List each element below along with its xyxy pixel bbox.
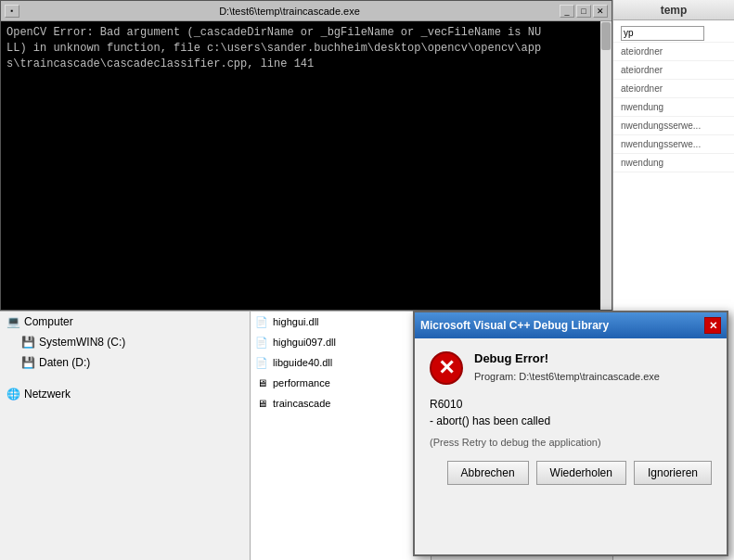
- explorer-right-item-1: ateiordner: [613, 43, 734, 61]
- terminal-error-line2: LL) in unknown function, file c:\users\s…: [6, 42, 541, 55]
- file-item-highgui097-dll[interactable]: 📄 highgui097.dll: [251, 332, 431, 352]
- tree-label-c-drive: SystemWIN8 (C:): [39, 336, 125, 349]
- computer-icon: 💻: [6, 315, 20, 328]
- tree-item-c-drive[interactable]: 💾 SystemWIN8 (C:): [0, 332, 250, 352]
- tree-item-network[interactable]: 🌐 Netzwerk: [0, 384, 250, 404]
- dialog-hint: (Press Retry to debug the application): [430, 437, 712, 448]
- terminal-content: OpenCV Error: Bad argument (_cascadeDirN…: [1, 21, 612, 310]
- file-item-highgui-dll[interactable]: 📄 highgui.dll: [251, 312, 431, 332]
- terminal-scrollbar[interactable]: [600, 21, 612, 310]
- item-type-4: nwendung: [621, 102, 663, 112]
- c-drive-icon: 💾: [20, 336, 35, 349]
- retry-button[interactable]: Wiederholen: [536, 461, 626, 485]
- dialog-title: Microsoft Visual C++ Debug Library: [420, 319, 609, 332]
- error-icon: ✕: [430, 351, 463, 385]
- terminal-app-icon: ▪: [5, 5, 19, 18]
- item-type-3: ateiordner: [621, 83, 663, 94]
- program-path: D:\test6\temp\traincascade.exe: [519, 371, 660, 382]
- tree-label-computer: Computer: [24, 315, 73, 328]
- explorer-right-item-2: ateiordner: [613, 61, 734, 80]
- tree-label-network: Netzwerk: [24, 388, 71, 401]
- dialog-program-prefix: Program: D:\test6\temp\traincascade.exe: [474, 371, 660, 382]
- exe-icon-1: 🖥: [254, 375, 269, 390]
- error-description: - abort() has been called: [430, 414, 550, 427]
- dialog-buttons: Abbrechen Wiederholen Ignorieren: [430, 461, 712, 485]
- item-type-2: ateiordner: [621, 65, 663, 75]
- dialog-close-button[interactable]: ✕: [704, 317, 721, 334]
- explorer-right-item-6: nwendungsserwe...: [613, 135, 734, 154]
- exe-icon-2: 🖥: [254, 396, 269, 411]
- maximize-button[interactable]: □: [576, 5, 591, 18]
- dialog-titlebar: Microsoft Visual C++ Debug Library ✕: [415, 312, 727, 338]
- terminal-error-line1: OpenCV Error: Bad argument (_cascadeDirN…: [6, 26, 541, 39]
- tree-item-d-drive[interactable]: 💾 Daten (D:): [0, 352, 250, 373]
- dialog-text-block: Debug Error! Program: D:\test6\temp\trai…: [474, 351, 660, 382]
- minimize-button[interactable]: _: [560, 5, 574, 18]
- type-filter-input[interactable]: [621, 26, 704, 41]
- item-type-5: nwendungsserwe...: [621, 121, 701, 131]
- item-type-1: ateiordner: [621, 46, 663, 57]
- tree-label-d-drive: Daten (D:): [39, 356, 90, 369]
- explorer-right-item-4: nwendung: [613, 98, 734, 117]
- terminal-window: ▪ D:\test6\temp\traincascade.exe _ □ ✕ O…: [0, 0, 612, 311]
- dll-icon-1: 📄: [254, 314, 269, 329]
- program-prefix-label: Program:: [474, 371, 516, 382]
- ignore-button[interactable]: Ignorieren: [634, 461, 712, 485]
- explorer-right-header: temp: [613, 0, 734, 20]
- file-item-performance[interactable]: 🖥 performance: [251, 373, 431, 393]
- file-list-panel: 📄 highgui.dll 📄 highgui097.dll 📄 libguid…: [251, 311, 431, 560]
- explorer-right-item-3: ateiordner: [613, 80, 734, 98]
- item-type-6: nwendungsserwe...: [621, 139, 701, 149]
- terminal-error-line3: s\traincascade\cascadeclassifier.cpp, li…: [6, 57, 314, 70]
- error-code: R6010: [430, 398, 462, 411]
- file-tree-panel: 💻 Computer 💾 SystemWIN8 (C:) 💾 Daten (D:…: [0, 311, 251, 560]
- file-label-traincascade: traincascade: [273, 398, 330, 409]
- d-drive-icon: 💾: [20, 356, 35, 369]
- file-label-highgui097-dll: highgui097.dll: [273, 337, 336, 348]
- file-item-libguide40-dll[interactable]: 📄 libguide40.dll: [251, 352, 431, 373]
- dll-icon-3: 📄: [254, 355, 269, 370]
- tree-item-computer[interactable]: 💻 Computer: [0, 312, 250, 332]
- terminal-titlebar: ▪ D:\test6\temp\traincascade.exe _ □ ✕: [1, 1, 612, 21]
- dll-icon-2: 📄: [254, 335, 269, 350]
- debug-dialog: Microsoft Visual C++ Debug Library ✕ ✕ D…: [413, 311, 728, 556]
- dialog-error-label: Debug Error!: [474, 351, 660, 365]
- abort-button[interactable]: Abbrechen: [447, 461, 529, 485]
- explorer-type-filter[interactable]: [613, 24, 734, 43]
- dialog-error-detail: R6010 - abort() has been called: [430, 396, 712, 429]
- file-label-performance: performance: [273, 377, 330, 388]
- tree-spacer: [0, 373, 250, 384]
- item-type-7: nwendung: [621, 158, 663, 168]
- explorer-right-list: ateiordner ateiordner ateiordner nwendun…: [613, 20, 734, 176]
- explorer-right-item-5: nwendungsserwe...: [613, 117, 734, 135]
- file-item-traincascade[interactable]: 🖥 traincascade: [251, 393, 431, 414]
- dialog-header-row: ✕ Debug Error! Program: D:\test6\temp\tr…: [430, 351, 712, 385]
- network-icon: 🌐: [6, 388, 20, 401]
- explorer-right-item-7: nwendung: [613, 154, 734, 172]
- terminal-controls: _ □ ✕: [560, 5, 608, 18]
- file-label-highgui-dll: highgui.dll: [273, 316, 319, 327]
- close-button[interactable]: ✕: [593, 5, 608, 18]
- dialog-content: ✕ Debug Error! Program: D:\test6\temp\tr…: [415, 338, 727, 498]
- file-label-libguide40-dll: libguide40.dll: [273, 357, 332, 368]
- terminal-title: D:\test6\temp\traincascade.exe: [19, 6, 560, 17]
- scrollbar-thumb: [601, 22, 611, 50]
